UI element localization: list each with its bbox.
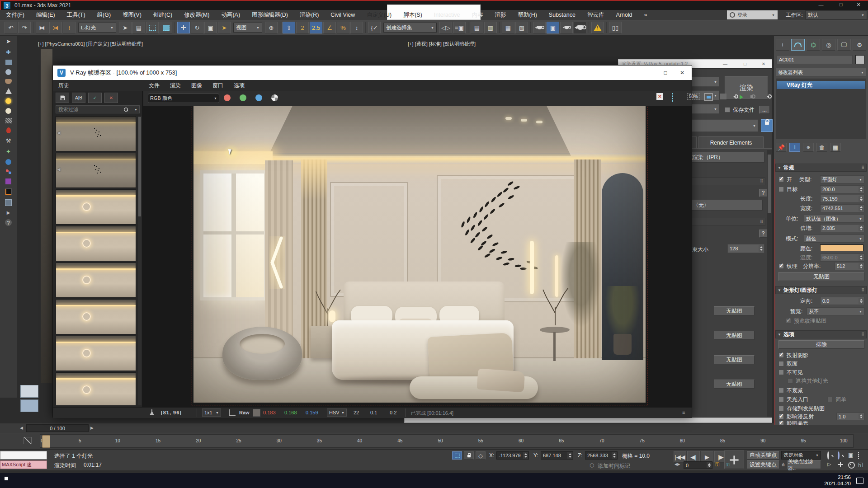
history-item[interactable]	[56, 226, 136, 261]
left-toolbar-axe-icon[interactable]: ⚒	[6, 137, 11, 144]
tab-utilities[interactable]: ⚙	[853, 39, 866, 51]
make-unique-button[interactable]: ⚭	[803, 143, 814, 152]
no-map-button-3[interactable]: 无贴图	[714, 355, 755, 364]
configure-modifier-button[interactable]: ▦	[830, 143, 841, 152]
x-coord-field[interactable]: -1123.979	[496, 451, 529, 460]
menu-item-5[interactable]: 创建(C)	[147, 11, 178, 19]
width-field[interactable]: 4742.551	[820, 204, 864, 212]
menu-item-2[interactable]: 工具(T)	[61, 11, 91, 19]
render-production-button[interactable]	[574, 22, 586, 33]
direction-field[interactable]: 0.0	[820, 297, 864, 305]
texture-no-map-button[interactable]: 无贴图	[778, 272, 864, 281]
affect-specular-checkbox[interactable]	[778, 421, 784, 425]
select-place-button[interactable]: ➤	[218, 22, 231, 33]
left-toolbar-black-icon[interactable]	[5, 188, 12, 195]
rotate-tool-button[interactable]: ↻	[191, 22, 203, 33]
affect-diffuse-checkbox[interactable]	[778, 414, 784, 419]
history-item[interactable]: ◀	[56, 153, 136, 188]
left-toolbar-expand-icon[interactable]: ▶	[7, 210, 10, 215]
vfb-menu-1[interactable]: 渲染	[170, 82, 181, 89]
left-toolbar-cone-icon[interactable]	[5, 88, 12, 94]
ruler-track[interactable]: 0510152025303540455055606570758085909510…	[40, 434, 854, 448]
redo-button[interactable]: ↷	[18, 22, 31, 33]
menu-item-17[interactable]: Substance	[543, 12, 581, 18]
y-coord-field[interactable]: 687.148	[541, 451, 573, 460]
vfb-menu-0[interactable]: 文件	[149, 82, 160, 89]
app-maximize-button[interactable]: □	[832, 2, 850, 7]
history-item[interactable]	[56, 336, 136, 371]
save-file-browse-button[interactable]: ...	[759, 106, 770, 114]
no-map-button-1[interactable]: 无贴图	[714, 306, 755, 315]
no-map-button-4[interactable]: 无贴图	[714, 380, 755, 389]
spinner[interactable]	[859, 263, 863, 269]
menu-item-7[interactable]: 动画(A)	[215, 11, 246, 19]
object-color-swatch[interactable]	[855, 55, 864, 64]
vfb-titlebar[interactable]: V V-Ray 帧缓存区 - [100.0% of 1000 x 753] — …	[53, 66, 692, 80]
dope-sheet-button[interactable]: ▧	[515, 22, 528, 33]
dialog-close-button[interactable]: ✕	[756, 61, 771, 66]
key-filters-button[interactable]: 关键点过滤器..	[788, 460, 821, 469]
window-crossing-button[interactable]	[160, 22, 172, 33]
select-and-link-icon[interactable]: ⧓	[36, 22, 48, 33]
rs-help-button-2[interactable]: ?	[759, 230, 767, 238]
history-item[interactable]	[56, 189, 136, 225]
menu-item-9[interactable]: 渲染(R)	[294, 11, 325, 19]
workspace-control[interactable]: 工作区: 默认 ▼	[786, 10, 867, 19]
channel-dropdown[interactable]: RGB 颜色▼	[148, 94, 219, 103]
double-sided-checkbox[interactable]	[778, 361, 784, 366]
pin-stack-button[interactable]: 📌	[776, 143, 787, 152]
named-selection-sets-button[interactable]: {✓	[368, 22, 381, 33]
zoom-button[interactable]	[827, 452, 829, 459]
history-item[interactable]	[56, 263, 136, 298]
clear-image-button[interactable]: ✕	[656, 93, 663, 100]
save-file-checkbox[interactable]	[725, 107, 730, 113]
layer-manager-button[interactable]: ▥	[484, 22, 497, 33]
vfb-maximize-button[interactable]: □	[656, 70, 675, 76]
sample-size-dropdown[interactable]: 1x1▼	[202, 408, 221, 417]
left-toolbar-star-icon[interactable]: ✦	[6, 148, 11, 155]
left-toolbar-select-icon[interactable]: ➤	[6, 38, 11, 45]
mono-channel-button[interactable]	[271, 94, 278, 101]
tab-modify[interactable]	[791, 39, 805, 51]
frame-step-icon[interactable]: ◀▶	[675, 462, 680, 466]
material-editor-button[interactable]	[533, 22, 546, 33]
spinner[interactable]	[859, 225, 863, 231]
light-type-dropdown[interactable]: 平面灯▼	[820, 175, 864, 183]
dialog-maximize-button[interactable]: □	[737, 61, 753, 66]
spinner[interactable]	[707, 462, 712, 468]
scale-tool-button[interactable]: ▣	[204, 22, 217, 33]
skylight-checkbox[interactable]	[778, 397, 784, 402]
menu-item-0[interactable]: 文件(F)	[0, 11, 30, 19]
spinner[interactable]	[859, 413, 863, 419]
auto-key-button[interactable]: 自动关键点	[747, 451, 779, 460]
unlink-selection-icon[interactable]: ⧕	[49, 22, 62, 33]
object-name-field[interactable]: AC001	[777, 55, 853, 64]
reference-coordinate-dropdown[interactable]: 视图 ▼	[233, 23, 262, 33]
no-map-button-2[interactable]: 无贴图	[714, 331, 755, 340]
red-channel-button[interactable]	[224, 94, 231, 101]
zoom-extents-button[interactable]: ▣	[848, 452, 853, 458]
workspace-value-dropdown[interactable]: 默认 ▼	[805, 10, 867, 19]
pan-arrow-button[interactable]: ▷	[827, 461, 831, 467]
left-toolbar-teapot-icon[interactable]	[5, 79, 12, 84]
snap-toggle-25d-button[interactable]: 2.5	[310, 22, 322, 33]
cast-shadows-checkbox[interactable]	[778, 352, 784, 358]
align-button[interactable]: ≡▣	[453, 22, 466, 33]
beam-spinner[interactable]	[759, 245, 764, 252]
rollout-general[interactable]: ▼常规⠿	[775, 164, 867, 172]
rs-help-button-1[interactable]: ?	[759, 189, 767, 197]
render-warning-button[interactable]	[591, 22, 604, 33]
left-toolbar-sun-icon[interactable]	[5, 98, 11, 104]
viewport-right-label[interactable]: [+] [透视] [标准] [默认明暗处理]	[408, 41, 476, 47]
rectangular-selection-button[interactable]	[146, 22, 159, 33]
spinner[interactable]	[567, 452, 572, 459]
time-slider-handle[interactable]	[42, 435, 50, 448]
menu-item-18[interactable]: 智云库	[581, 11, 610, 19]
blue-channel-button[interactable]	[255, 94, 262, 101]
set-keys-big-button[interactable]: ⚿	[724, 450, 744, 469]
history-apply-button[interactable]: ✓	[88, 93, 102, 103]
notification-icon[interactable]	[856, 478, 863, 484]
use-center-button[interactable]: ⊕	[265, 22, 278, 33]
preview-dropdown[interactable]: 从不▼	[807, 307, 864, 315]
bind-to-spacewarp-icon[interactable]: ≀	[63, 22, 75, 33]
